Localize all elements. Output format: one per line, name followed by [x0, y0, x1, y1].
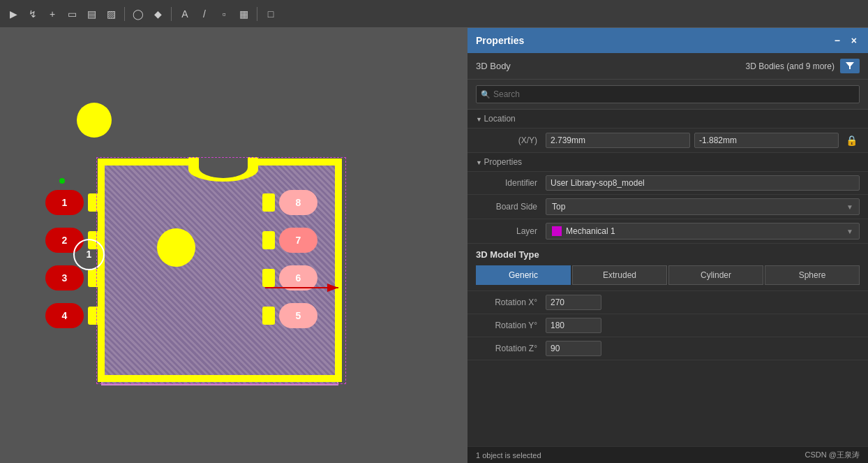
route-tool-icon[interactable]: ↯ [25, 6, 40, 22]
pad-7: 7 [279, 228, 317, 253]
generic-btn[interactable]: Generic [476, 265, 571, 285]
data-tool-icon[interactable]: ▦ [236, 6, 251, 22]
rectangle-tool-icon[interactable]: ▭ [64, 6, 80, 22]
chart-tool-icon[interactable]: ▤ [84, 6, 99, 22]
region-tool-icon[interactable]: ▫ [216, 6, 232, 22]
pad-8: 8 [279, 190, 317, 215]
x-input[interactable] [546, 133, 690, 148]
pad-row-1: 1 [45, 190, 100, 215]
pad-row-8: 8 [262, 190, 317, 215]
xy-row: (X/Y) 🔒 [467, 128, 868, 153]
panel-type-row: 3D Body 3D Bodies (and 9 more) [467, 53, 868, 80]
status-message: 1 object is selected [476, 451, 541, 460]
pad-5-yellow [262, 307, 275, 325]
yellow-frame-right [335, 159, 342, 382]
panel-main: Location (X/Y) 🔒 Properties Identifier [467, 110, 868, 446]
green-dot [59, 178, 65, 184]
layer-text: Mechanical 1 [566, 226, 846, 236]
plus-tool-icon[interactable]: + [45, 6, 60, 22]
model-type-buttons: Generic Extruded Cylinder Sphere [476, 265, 860, 285]
layer-dropdown[interactable]: Mechanical 1 ▼ [546, 223, 860, 240]
pin1-label: 1 [87, 249, 92, 260]
pin-tool-icon[interactable]: ◆ [150, 6, 165, 22]
filter-button[interactable] [840, 59, 860, 73]
pad-5: 5 [279, 303, 317, 328]
rotation-x-label: Rotation X° [476, 297, 546, 307]
xy-label: (X/Y) [476, 135, 546, 145]
panel-pin-btn[interactable]: − [832, 34, 843, 47]
line-tool-icon[interactable]: / [197, 6, 212, 22]
text-tool-icon[interactable]: A [177, 6, 193, 22]
status-bar: 1 object is selected CSDN @王泉涛 [467, 446, 868, 463]
layer-label: Layer [476, 226, 546, 236]
board-side-dropdown[interactable]: Top ▼ [546, 198, 860, 215]
layer-color-swatch [552, 226, 562, 236]
board-side-text: Top [552, 202, 565, 212]
pad-row-4: 4 [45, 303, 100, 328]
filter-area: 3D Bodies (and 9 more) [746, 59, 860, 73]
rotation-x-input[interactable] [546, 295, 601, 310]
lock-icon[interactable]: 🔒 [843, 132, 860, 149]
pad-row-5: 5 [262, 303, 317, 328]
toolbar-separator-2 [171, 7, 172, 21]
properties-panel: Properties − × 3D Body 3D Bodies (and 9 … [467, 28, 868, 463]
pad-row-7: 7 [262, 228, 317, 253]
toolbar: ▶ ↯ + ▭ ▤ ▨ ◯ ◆ A / ▫ ▦ □ [0, 0, 868, 28]
filter-icon [846, 61, 854, 69]
panel-title: Properties [476, 35, 524, 46]
pad-4: 4 [45, 303, 84, 328]
properties-section-header[interactable]: Properties [467, 153, 868, 172]
panel-header-controls: − × [832, 34, 860, 47]
yellow-frame-bottom [98, 375, 342, 382]
toolbar-separator [124, 7, 125, 21]
identifier-row: Identifier [467, 172, 868, 195]
search-icon: 🔍 [481, 90, 491, 99]
identifier-input[interactable] [546, 175, 860, 191]
rotation-y-input[interactable] [546, 318, 601, 333]
pad-7-yellow [262, 231, 275, 249]
rotation-y-row: Rotation Y° [467, 314, 868, 337]
pin1-indicator: 1 [73, 239, 105, 270]
watermark: CSDN @王泉涛 [805, 450, 860, 460]
model-type-label: 3D Model Type [476, 249, 860, 260]
extruded-btn[interactable]: Extruded [572, 265, 667, 285]
layer-arrow: ▼ [846, 228, 853, 235]
filter-label: 3D Bodies (and 9 more) [746, 61, 835, 71]
board-side-arrow: ▼ [846, 203, 853, 211]
body-type-label: 3D Body [476, 61, 511, 71]
cursor-tool-icon[interactable]: ▶ [6, 6, 21, 22]
identifier-label: Identifier [476, 178, 546, 188]
pad-1-yellow [88, 193, 100, 212]
canvas-area[interactable]: 1 1 2 3 [0, 28, 467, 463]
model-type-section: 3D Model Type Generic Extruded Cylinder … [467, 244, 868, 291]
pad-8-yellow [262, 193, 275, 212]
right-pads: 8 7 6 5 [262, 190, 317, 328]
panel-header: Properties − × [467, 28, 868, 53]
rotation-z-label: Rotation Z° [476, 344, 546, 353]
search-input[interactable] [476, 85, 860, 103]
board-side-value: Top ▼ [546, 198, 860, 215]
svg-marker-2 [846, 62, 854, 69]
board-side-row: Board Side Top ▼ [467, 195, 868, 219]
notch-cutout [199, 157, 248, 178]
via-tool-icon[interactable]: ◯ [130, 6, 146, 22]
y-input[interactable] [694, 133, 839, 148]
pad-1: 1 [45, 190, 84, 215]
layer-value: Mechanical 1 ▼ [546, 223, 860, 240]
layer-row: Layer Mechanical 1 ▼ [467, 219, 868, 244]
main-area: 1 1 2 3 [0, 28, 868, 463]
3d-tool-icon[interactable]: □ [263, 6, 278, 22]
board-side-label: Board Side [476, 202, 546, 212]
rotation-z-input[interactable] [546, 341, 601, 356]
rotation-x-row: Rotation X° [467, 291, 868, 314]
search-row: 🔍 [467, 80, 868, 110]
location-section-header[interactable]: Location [467, 110, 868, 128]
sphere-btn[interactable]: Sphere [765, 265, 860, 285]
panel-close-btn[interactable]: × [848, 34, 860, 47]
pad-3-yellow [88, 269, 100, 287]
xy-value: 🔒 [546, 132, 860, 149]
layers-tool-icon[interactable]: ▨ [103, 6, 119, 22]
yellow-circle-indicator [77, 103, 112, 138]
cylinder-btn[interactable]: Cylinder [668, 265, 763, 285]
toolbar-separator-3 [257, 7, 257, 21]
